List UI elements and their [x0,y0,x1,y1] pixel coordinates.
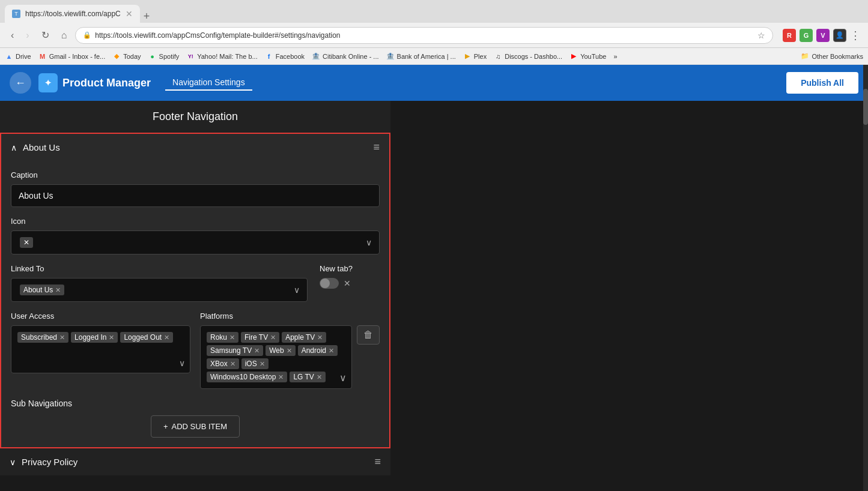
tag-apple-tv: Apple TV ✕ [282,332,326,343]
xbox-close-icon[interactable]: ✕ [230,360,235,368]
roku-close-icon[interactable]: ✕ [229,334,235,342]
chevron-up-icon: ∧ [11,143,17,152]
facebook-icon: f [265,52,273,61]
add-sub-item-button[interactable]: + ADD SUB ITEM [151,415,240,438]
url-field[interactable]: 🔒 https://tools.viewlift.com/appCmsConfi… [75,27,773,44]
delete-button[interactable]: 🗑 [357,325,380,345]
platforms-tags-box[interactable]: Roku ✕ Fire TV ✕ Apple TV [200,325,352,389]
tag-label: Apple TV [285,333,315,342]
caption-field-group: Caption [11,170,380,207]
app-container: ← ✦ Product Manager Navigation Settings … [0,65,868,491]
icon-clear-tag[interactable]: ✕ [20,237,33,248]
lock-icon: 🔒 [83,31,91,39]
tag-label: Roku [210,333,227,342]
bookmark-more[interactable]: » [613,53,617,60]
nav-item-about-us: ∧ About Us ≡ Caption Icon [0,133,390,448]
tag-android: Android ✕ [298,345,338,356]
tag-label: Logged In [74,333,106,342]
scrollbar-thumb[interactable] [863,101,868,125]
citibank-icon: 🏦 [312,52,320,61]
back-button[interactable]: ← [10,72,31,94]
bookmark-drive[interactable]: ▲ Drive [5,52,31,61]
bookmark-label: Gmail - Inbox - fe... [49,53,106,60]
subscribed-close-icon[interactable]: ✕ [59,334,65,342]
bookmark-gmail[interactable]: M Gmail - Inbox - fe... [38,52,106,61]
youtube-icon: ▶ [569,52,578,61]
discogs-icon: ♫ [494,52,502,61]
nav-item-about-us-header[interactable]: ∧ About Us ≡ [1,134,389,161]
privacy-menu-icon[interactable]: ≡ [374,456,381,468]
caption-input[interactable] [11,184,380,207]
bookmarks-bar: ▲ Drive M Gmail - Inbox - fe... ◆ Today … [0,48,868,65]
back-button[interactable]: ‹ [7,28,17,43]
tag-web: Web ✕ [266,345,295,356]
web-close-icon[interactable]: ✕ [287,347,292,355]
linked-to-chevron-icon: ∨ [294,285,300,295]
bookmark-citibank[interactable]: 🏦 Citibank Online - ... [312,52,379,61]
bookmark-bofa[interactable]: 🏦 Bank of America | ... [386,52,456,61]
tag-label: Windows10 Desktop [210,373,276,381]
new-tab-toggle[interactable] [320,278,339,289]
ext-icon-1[interactable]: R [783,29,796,42]
tag-label: LG TV [293,373,314,381]
samsung-tv-close-icon[interactable]: ✕ [254,347,259,355]
bookmark-facebook[interactable]: f Facebook [265,52,305,61]
browser-menu-icon[interactable]: ⋮ [850,29,861,42]
tag-fire-tv: Fire TV ✕ [241,332,279,343]
linked-to-tag-close-icon[interactable]: ✕ [55,286,61,294]
ios-close-icon[interactable]: ✕ [259,360,265,368]
logged-out-close-icon[interactable]: ✕ [164,334,169,342]
ext-icon-4[interactable]: 👤 [833,29,846,42]
icon-clear-x[interactable]: ✕ [23,238,29,247]
android-close-icon[interactable]: ✕ [329,347,334,355]
gmail-icon: M [38,52,47,61]
new-tab-clear-icon[interactable]: ✕ [344,279,351,288]
left-panel: Footer Navigation ∧ About Us ≡ Caption [0,101,390,491]
yahoo-icon: Y! [186,52,195,61]
sub-nav-label: Sub Navigations [11,399,380,408]
bookmark-label: Citibank Online - ... [323,53,379,60]
icon-select[interactable]: ✕ ∨ [11,230,380,255]
tab-close-icon[interactable]: ✕ [126,9,133,19]
platforms-chevron-icon: ∨ [339,372,347,384]
bookmark-star-icon[interactable]: ☆ [757,31,765,40]
bookmark-discogs[interactable]: ♫ Discogs - Dashbo... [494,52,562,61]
hamburger-menu-icon[interactable]: ≡ [373,141,380,154]
linked-to-row: Linked To About Us ✕ ∨ New tab? [11,264,380,302]
logged-in-close-icon[interactable]: ✕ [109,334,114,342]
url-text: https://tools.viewlift.com/appCmsConfig/… [95,31,754,40]
fire-tv-close-icon[interactable]: ✕ [270,334,276,342]
tag-label: Android [302,346,326,355]
ext-icon-2[interactable]: G [800,29,813,42]
publish-all-button[interactable]: Publish All [786,72,858,94]
linked-to-select[interactable]: About Us ✕ ∨ [11,278,308,302]
bookmark-label: YouTube [580,53,606,60]
lg-tv-close-icon[interactable]: ✕ [317,373,322,381]
new-tab-section: New tab? ✕ [320,264,380,289]
refresh-button[interactable]: ↻ [38,27,53,43]
windows10-close-icon[interactable]: ✕ [278,373,284,381]
bookmark-other[interactable]: 📁 Other Bookmarks [801,52,863,61]
back-arrow-icon: ← [15,77,26,89]
new-tab-button[interactable]: + [141,10,153,23]
tag-label: Samsung TV [210,346,252,355]
tag-label: Subscribed [21,333,57,342]
bookmark-yahoo[interactable]: Y! Yahoo! Mail: The b... [186,52,257,61]
user-access-chevron-icon: ∨ [179,358,185,368]
apple-tv-close-icon[interactable]: ✕ [317,334,323,342]
user-access-tags-box[interactable]: Subscribed ✕ Logged In ✕ Logged Out ✕ [11,325,190,373]
ext-icon-3[interactable]: V [816,29,830,42]
scrollbar-track [863,101,868,491]
tag-ios: iOS ✕ [241,358,269,369]
bookmark-label: Plex [474,53,487,60]
nav-item-privacy-header[interactable]: ∨ Privacy Policy ≡ [0,448,390,475]
bookmark-plex[interactable]: ▶ Plex [463,52,487,61]
tab-title: https://tools.viewlift.com/appC [25,10,121,18]
bookmark-spotify[interactable]: ● Spotify [148,52,180,61]
active-tab[interactable]: T https://tools.viewlift.com/appC ✕ [5,5,140,23]
home-button[interactable]: ⌂ [58,28,71,43]
bookmark-youtube[interactable]: ▶ YouTube [569,52,606,61]
tab-navigation-settings[interactable]: Navigation Settings [165,75,252,91]
bookmark-today[interactable]: ◆ Today [112,52,141,61]
forward-button[interactable]: › [22,28,32,43]
